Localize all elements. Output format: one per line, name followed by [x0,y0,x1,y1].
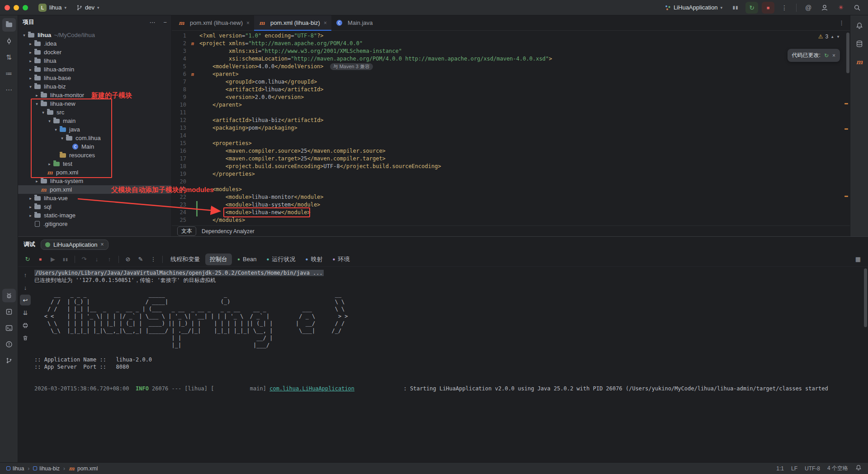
code-line-3[interactable]: 3 xmlns:xsi="http://www.w3.org/2001/XMLS… [172,47,850,55]
console-scrollbar-thumb[interactable] [864,268,867,327]
stop-icon[interactable]: ■ [34,254,46,265]
code-line-18[interactable]: 18 <project.build.sourceEncoding>UTF-8</… [172,163,850,170]
line-number[interactable]: 12 [172,117,189,124]
debug-tab--[interactable]: ●环境 [328,253,354,265]
commit-tool-button[interactable] [2,34,16,48]
project-tool-button[interactable] [2,18,16,32]
tree-item-lihua[interactable]: ▸lihua [18,56,171,65]
code-line-16[interactable]: 16 <maven.compiler.source>25</maven.comp… [172,147,850,155]
close-tab-icon[interactable]: × [246,20,250,26]
line-number[interactable]: 6 [172,70,189,78]
step-over-icon[interactable]: ↷ [78,254,90,265]
breadcrumb-module[interactable]: lihua-biz [33,465,60,472]
breadcrumb-file[interactable]: m pom.xml [69,465,98,472]
mute-breakpoints-icon[interactable]: ⊘ [122,254,134,265]
code-line-9[interactable]: 9 <version>2.0.0</version> [172,94,850,101]
user-icon[interactable] [818,2,831,14]
debug-tab--[interactable]: ●映射 [301,253,327,265]
print-icon[interactable] [20,320,31,331]
line-ending[interactable]: LF [791,465,797,472]
tab-options-icon[interactable]: ⋮ [833,15,850,30]
logger-link[interactable]: com.lihua.LiHuaApplication [269,385,354,392]
line-number[interactable]: 4 [172,55,189,63]
code-line-25[interactable]: 25 </modules> [172,216,850,224]
line-number[interactable]: 15 [172,140,189,147]
warning-stripe-mark[interactable] [844,196,848,197]
code-line-14[interactable]: 14 [172,132,850,140]
rerun-icon[interactable]: ↻ [824,52,829,59]
code-line-22[interactable]: 22 <module>lihua-monitor</module> [172,193,850,201]
line-number[interactable]: 24 [172,209,189,216]
code-line-20[interactable]: 20 [172,178,850,186]
line-number[interactable]: 20 [172,178,189,186]
up-stack-trace-icon[interactable]: ↑ [20,269,31,280]
step-out-icon[interactable]: ↑ [104,254,115,265]
editor-scrollbar-thumb[interactable] [846,33,849,73]
rerun-button[interactable]: ↻ [745,2,758,14]
debug-tool-button[interactable] [2,289,16,302]
breadcrumb-project[interactable]: lihua [6,465,24,472]
maven-tool-button[interactable]: m [853,55,866,69]
code-with-me-icon[interactable]: @ [802,2,815,14]
pull-requests-tool-button[interactable]: ⇅ [2,51,16,64]
more-actions-icon[interactable]: ⋮ [778,2,791,14]
code-line-10[interactable]: 10 </parent> [172,101,850,109]
warning-stripe-mark[interactable] [844,103,848,104]
indent-setting[interactable]: 4 个空格 [827,465,848,472]
code-line-21[interactable]: 21 <modules> [172,186,850,193]
close-window-button[interactable] [5,5,10,10]
code-line-17[interactable]: 17 <maven.compiler.target>25</maven.comp… [172,155,850,163]
tab-dependency-analyzer[interactable]: Dependency Analyzer [202,228,255,235]
line-number[interactable]: 16 [172,147,189,155]
tree-item-main[interactable]: ▾main [18,117,171,125]
license-notification-icon[interactable]: ✳ [835,2,847,14]
close-tab-icon[interactable]: × [324,20,327,26]
tree-item-static-image[interactable]: ▸static-image [18,211,171,220]
line-number[interactable]: 7 [172,78,189,86]
services-tool-button[interactable] [2,305,16,319]
debug-tab--[interactable]: 控制台 [205,253,232,265]
project-widget[interactable]: L lihua ▾ [35,2,70,13]
line-number[interactable]: 23 [172,201,189,209]
code-line-6[interactable]: 6m <parent> [172,70,850,78]
line-number[interactable]: 22 [172,193,189,201]
line-number[interactable]: 11 [172,109,189,117]
run-configuration-widget[interactable]: LiHuaApplication ▾ [661,3,726,12]
more-tools-button[interactable]: ⋯ [2,83,16,97]
tree-item-test[interactable]: ▸test [18,160,171,168]
tree-item-.idea[interactable]: ▸.idea [18,39,171,48]
prev-problem-icon[interactable]: ▲ [830,35,834,39]
pause-icon[interactable]: ▮▮ [60,254,71,265]
zoom-window-button[interactable] [23,5,28,10]
tab-text-view[interactable]: 文本 [177,226,196,236]
tree-item-Main[interactable]: CMain [18,142,171,151]
tree-item-lihua-biz[interactable]: ▾lihua-biz [18,82,171,91]
line-number[interactable]: 10 [172,101,189,109]
more-icon[interactable]: ⋮ [147,254,159,265]
tree-item-pom.xml[interactable]: mpom.xml [18,185,171,194]
down-stack-trace-icon[interactable]: ↓ [20,282,31,293]
code-line-23[interactable]: 23 <module>lihua-system</module> [172,201,850,209]
file-encoding[interactable]: UTF-8 [805,465,820,472]
hide-panel-icon[interactable]: − [163,19,167,26]
code-line-13[interactable]: 13 <packaging>pom</packaging> [172,124,850,132]
code-line-4[interactable]: 4 xsi:schemaLocation="http://maven.apach… [172,55,850,63]
tree-item-src[interactable]: ▾src [18,108,171,117]
tree-item-com.lihua[interactable]: ▾com.lihua [18,134,171,142]
code-editor[interactable]: 1<?xml version="1.0" encoding="UTF-8"?>2… [172,31,850,225]
minimize-window-button[interactable] [14,5,19,10]
code-line-5[interactable]: 5 <modelVersion>4.0.0</modelVersion>与 Ma… [172,63,850,70]
tree-item-sql[interactable]: ▸sql [18,202,171,211]
next-problem-icon[interactable]: ▼ [836,35,840,39]
stop-button[interactable]: ■ [762,2,774,14]
line-number[interactable]: 9 [172,94,189,101]
code-line-1[interactable]: 1<?xml version="1.0" encoding="UTF-8"?> [172,32,850,40]
caret-position[interactable]: 1:1 [776,465,784,472]
line-number[interactable]: 1 [172,32,189,40]
terminal-tool-button[interactable] [2,321,16,335]
editor-tab-pom.xml-lihua-biz-[interactable]: mpom.xml (lihua-biz)× [254,15,331,30]
tree-item-resources[interactable]: resources [18,151,171,160]
code-line-11[interactable]: 11 [172,109,850,117]
line-number[interactable]: 3 [172,47,189,55]
line-number[interactable]: 18 [172,163,189,170]
